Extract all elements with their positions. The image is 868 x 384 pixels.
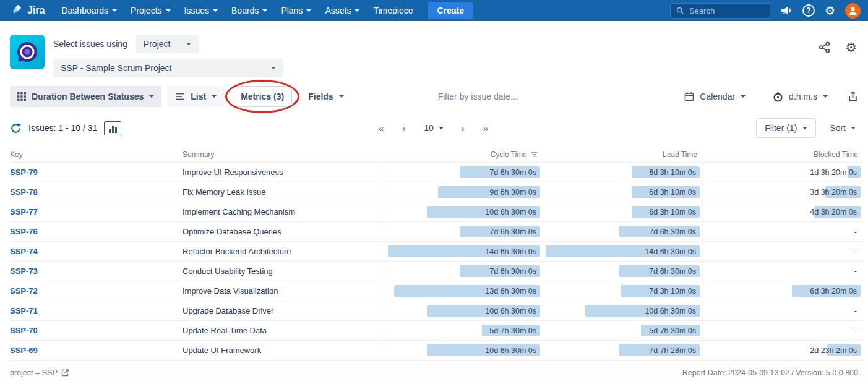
global-search[interactable] bbox=[670, 3, 770, 19]
report-type-dropdown[interactable]: Duration Between Statuses bbox=[10, 86, 161, 107]
filter-button[interactable]: Filter (1) bbox=[756, 118, 816, 138]
nav-item-assets[interactable]: Assets bbox=[318, 0, 366, 21]
share-icon[interactable] bbox=[819, 41, 830, 54]
issue-key-link[interactable]: SSP-77 bbox=[10, 207, 183, 216]
issues-pagination-row: Issues: 1 - 10 / 31 « ‹ 10 › » Filter (1… bbox=[0, 116, 868, 147]
export-icon[interactable] bbox=[848, 91, 858, 102]
fields-dropdown[interactable]: Fields bbox=[301, 86, 351, 107]
help-icon[interactable]: ? bbox=[802, 4, 815, 17]
issue-summary: Improve UI Responsiveness bbox=[183, 168, 385, 177]
nav-item-plans[interactable]: Plans bbox=[274, 0, 318, 21]
search-input[interactable] bbox=[688, 6, 765, 16]
nav-item-dashboards[interactable]: Dashboards bbox=[54, 0, 124, 21]
blocked-time-cell: 3d 3h 20m 0s bbox=[702, 182, 863, 202]
nav-item-label: Assets bbox=[325, 6, 351, 15]
report-settings-gear-icon[interactable]: ⚙ bbox=[845, 41, 857, 54]
issue-key-link[interactable]: SSP-74 bbox=[10, 247, 183, 256]
duration-value: 6d 3h 10m 0s bbox=[649, 188, 697, 197]
nav-item-timepiece[interactable]: Timepiece bbox=[366, 0, 419, 21]
refresh-icon[interactable] bbox=[10, 122, 22, 134]
timepiece-app-logo bbox=[10, 35, 45, 69]
cycle-time-cell: 10d 6h 30m 0s bbox=[385, 301, 543, 320]
chevron-down-icon bbox=[112, 9, 117, 12]
create-button[interactable]: Create bbox=[428, 2, 473, 19]
blocked-time-cell: 1d 3h 20m 0s bbox=[702, 163, 863, 182]
issue-key-link[interactable]: SSP-71 bbox=[10, 306, 183, 315]
issue-key-link[interactable]: SSP-70 bbox=[10, 326, 183, 335]
cycle-time-cell: 14d 6h 30m 0s bbox=[385, 242, 543, 261]
blocked-time-cell: 6d 3h 20m 0s bbox=[702, 281, 863, 301]
issue-key-link[interactable]: SSP-76 bbox=[10, 227, 183, 236]
report-header: Select issues using Project SSP - Sample… bbox=[0, 21, 868, 81]
duration-value: 13d 6h 30m 0s bbox=[485, 287, 538, 296]
duration-value: 7d 6h 30m 0s bbox=[489, 168, 538, 177]
metrics-button[interactable]: Metrics (3) bbox=[233, 86, 292, 107]
issues-table: Key Summary Cycle Time Lead Time Blocked… bbox=[0, 147, 868, 361]
chart-view-button[interactable] bbox=[104, 121, 121, 135]
pagination: « ‹ 10 › » bbox=[379, 123, 489, 134]
column-header-key[interactable]: Key bbox=[10, 150, 183, 159]
lead-time-cell: 14d 6h 30m 0s bbox=[543, 242, 702, 261]
duration-value: 7d 3h 10m 0s bbox=[649, 287, 697, 296]
issue-key-link[interactable]: SSP-79 bbox=[10, 168, 183, 177]
view-list-label: List bbox=[191, 92, 206, 101]
sort-button[interactable]: Sort bbox=[827, 123, 858, 133]
column-header-summary[interactable]: Summary bbox=[183, 150, 385, 159]
chevron-down-icon bbox=[262, 9, 267, 12]
issue-key-link[interactable]: SSP-78 bbox=[10, 187, 183, 197]
announcements-icon[interactable] bbox=[780, 5, 793, 16]
external-link-icon bbox=[61, 369, 69, 377]
duration-value: 10d 6h 30m 0s bbox=[645, 307, 697, 315]
issue-source-dropdown[interactable]: Project bbox=[136, 35, 199, 53]
nav-item-issues[interactable]: Issues bbox=[178, 0, 225, 21]
issues-count-label: Issues: 1 - 10 / 31 bbox=[28, 123, 97, 133]
nav-item-label: Boards bbox=[231, 6, 259, 15]
column-header-lead-time[interactable]: Lead Time bbox=[543, 150, 702, 159]
cycle-time-cell: 5d 7h 30m 0s bbox=[385, 321, 543, 340]
nav-item-boards[interactable]: Boards bbox=[225, 0, 274, 21]
settings-gear-icon[interactable]: ⚙ bbox=[825, 5, 835, 17]
chevron-down-icon bbox=[439, 127, 444, 129]
calendar-dropdown[interactable]: Calendar bbox=[677, 86, 753, 107]
lead-time-cell: 7d 6h 30m 0s bbox=[543, 222, 702, 241]
page-size-dropdown[interactable]: 10 bbox=[424, 123, 444, 133]
metrics-label: Metrics (3) bbox=[241, 92, 284, 101]
user-avatar[interactable] bbox=[845, 3, 861, 19]
issue-key-link[interactable]: SSP-73 bbox=[10, 267, 183, 276]
chevron-down-icon bbox=[213, 9, 218, 12]
column-header-cycle-time[interactable]: Cycle Time bbox=[385, 150, 543, 159]
brand-name: Jira bbox=[27, 5, 45, 16]
issue-key-link[interactable]: SSP-69 bbox=[10, 346, 183, 355]
issue-date-filter-input[interactable] bbox=[437, 91, 567, 102]
duration-value: 7d 7h 28m 0s bbox=[649, 346, 697, 355]
jira-logo[interactable]: Jira bbox=[7, 5, 49, 16]
first-page-button[interactable]: « bbox=[379, 123, 385, 134]
chevron-down-icon bbox=[271, 67, 276, 69]
project-dropdown[interactable]: SSP - Sample Scrum Project bbox=[53, 59, 283, 77]
issue-summary: Conduct Usability Testing bbox=[183, 267, 385, 276]
last-page-button[interactable]: » bbox=[483, 123, 489, 134]
lead-time-cell: 6d 3h 10m 0s bbox=[543, 202, 702, 221]
view-list-button[interactable]: List bbox=[168, 86, 224, 107]
report-type-label: Duration Between Statuses bbox=[32, 92, 144, 101]
table-row: SSP-71Upgrade Database Driver10d 6h 30m … bbox=[10, 301, 863, 321]
nav-item-projects[interactable]: Projects bbox=[124, 0, 178, 21]
jql-query-link[interactable]: project = SSP bbox=[10, 369, 69, 377]
duration-value: - bbox=[854, 247, 858, 256]
column-header-blocked-time[interactable]: Blocked Time bbox=[702, 150, 863, 159]
time-format-dropdown[interactable]: d.h.m.s bbox=[765, 86, 835, 107]
nav-item-label: Dashboards bbox=[61, 6, 108, 15]
table-row: SSP-72Improve Data Visualization13d 6h 3… bbox=[10, 281, 863, 301]
report-footer: project = SSP Report Date: 2024-05-09 13… bbox=[0, 361, 868, 377]
chevron-down-icon bbox=[339, 95, 344, 98]
blocked-time-cell: - bbox=[702, 301, 863, 320]
chevron-down-icon bbox=[741, 95, 746, 98]
prev-page-button[interactable]: ‹ bbox=[402, 123, 406, 134]
report-toolbar: Duration Between Statuses List Metrics (… bbox=[0, 81, 868, 116]
issue-summary: Update UI Framework bbox=[183, 346, 385, 355]
issue-summary: Refactor Backend Architecture bbox=[183, 247, 385, 256]
issue-source-value: Project bbox=[144, 39, 171, 49]
next-page-button[interactable]: › bbox=[462, 123, 466, 134]
blocked-time-cell: 2d 23h 2m 0s bbox=[702, 341, 863, 360]
issue-key-link[interactable]: SSP-72 bbox=[10, 286, 183, 296]
